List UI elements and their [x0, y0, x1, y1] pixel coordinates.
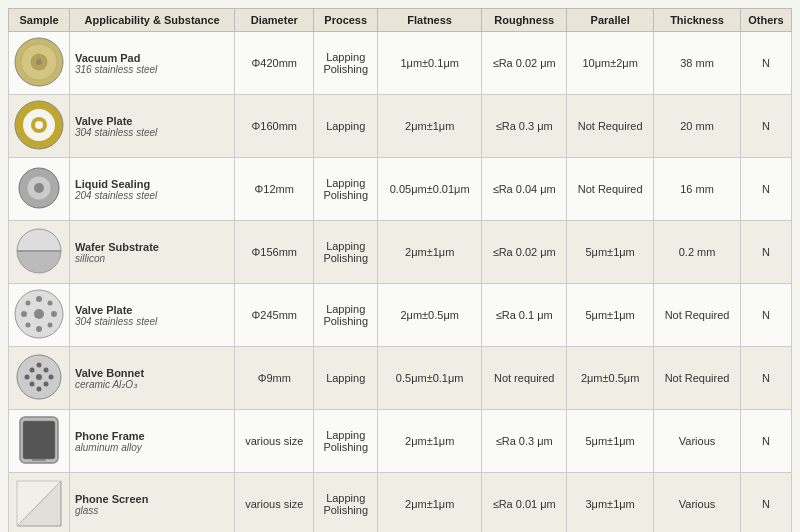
table-row: Phone Screenglassvarious sizeLappingPoli…	[9, 473, 792, 533]
flatness-cell: 2μm±1μm	[378, 473, 482, 533]
parallel-cell: 2μm±0.5μm	[567, 347, 654, 410]
thickness-cell: 38 mm	[654, 32, 741, 95]
sample-image-cell	[9, 95, 70, 158]
thickness-cell: 0.2 mm	[654, 221, 741, 284]
diameter-cell: various size	[235, 410, 314, 473]
others-cell: N	[741, 410, 792, 473]
col-header-thickness: Thickness	[654, 9, 741, 32]
svg-point-21	[48, 323, 53, 328]
others-cell: N	[741, 347, 792, 410]
col-header-sample: Sample	[9, 9, 70, 32]
col-header-parallel: Parallel	[567, 9, 654, 32]
sample-name-cell: Phone Screenglass	[70, 473, 235, 533]
svg-point-7	[35, 121, 43, 129]
data-table: Sample Applicability & Substance Diamete…	[8, 8, 792, 532]
thickness-cell: Not Required	[654, 347, 741, 410]
svg-point-30	[25, 375, 30, 380]
process-cell: LappingPolishing	[314, 158, 378, 221]
sample-name: Valve Bonnet	[75, 367, 229, 379]
diameter-cell: various size	[235, 473, 314, 533]
thickness-cell: Not Required	[654, 284, 741, 347]
sample-image-cell	[9, 221, 70, 284]
parallel-cell: Not Required	[567, 95, 654, 158]
table-row: Valve Plate304 stainless steelΦ160mmLapp…	[9, 95, 792, 158]
sample-image-cell	[9, 158, 70, 221]
diameter-cell: Φ160mm	[235, 95, 314, 158]
svg-rect-33	[23, 421, 55, 459]
roughness-cell: ≤Ra 0.04 μm	[482, 158, 567, 221]
roughness-cell: Not required	[482, 347, 567, 410]
sample-image-cell	[9, 410, 70, 473]
col-header-roughness: Roughness	[482, 9, 567, 32]
roughness-cell: ≤Ra 0.02 μm	[482, 221, 567, 284]
flatness-cell: 2μm±1μm	[378, 221, 482, 284]
svg-point-16	[21, 311, 27, 317]
svg-point-13	[34, 309, 44, 319]
col-header-process: Process	[314, 9, 378, 32]
roughness-cell: ≤Ra 0.3 μm	[482, 410, 567, 473]
sample-name-cell: Wafer Substratesillicon	[70, 221, 235, 284]
flatness-cell: 0.5μm±0.1μm	[378, 347, 482, 410]
diameter-cell: Φ9mm	[235, 347, 314, 410]
process-cell: LappingPolishing	[314, 284, 378, 347]
process-cell: Lapping	[314, 95, 378, 158]
others-cell: N	[741, 95, 792, 158]
table-body: Vacuum Pad316 stainless steelΦ420mmLappi…	[9, 32, 792, 533]
process-cell: Lapping	[314, 347, 378, 410]
others-cell: N	[741, 158, 792, 221]
thickness-cell: Various	[654, 410, 741, 473]
svg-point-14	[36, 296, 42, 302]
svg-point-26	[30, 382, 35, 387]
others-cell: N	[741, 284, 792, 347]
table-wrapper: Sample Applicability & Substance Diamete…	[0, 0, 800, 532]
parallel-cell: 10μm±2μm	[567, 32, 654, 95]
col-header-flatness: Flatness	[378, 9, 482, 32]
svg-point-20	[26, 323, 31, 328]
thickness-cell: 20 mm	[654, 95, 741, 158]
svg-point-25	[44, 368, 49, 373]
svg-point-18	[26, 301, 31, 306]
svg-point-10	[34, 183, 44, 193]
flatness-cell: 1μm±0.1μm	[378, 32, 482, 95]
sample-name-cell: Vacuum Pad316 stainless steel	[70, 32, 235, 95]
sample-image-cell	[9, 473, 70, 533]
svg-point-27	[44, 382, 49, 387]
others-cell: N	[741, 32, 792, 95]
svg-point-24	[30, 368, 35, 373]
sample-name: Valve Plate	[75, 304, 229, 316]
sample-substance: 304 stainless steel	[75, 316, 229, 327]
sample-name: Vacuum Pad	[75, 52, 229, 64]
parallel-cell: 5μm±1μm	[567, 410, 654, 473]
sample-name-cell: Valve Plate304 stainless steel	[70, 95, 235, 158]
svg-point-31	[49, 375, 54, 380]
table-row: Valve Plate304 stainless steelΦ245mmLapp…	[9, 284, 792, 347]
sample-name: Phone Frame	[75, 430, 229, 442]
col-header-diameter: Diameter	[235, 9, 314, 32]
svg-point-3	[36, 59, 42, 65]
flatness-cell: 0.05μm±0.01μm	[378, 158, 482, 221]
table-row: Valve Bonnetceramic Al₂O₃Φ9mmLapping0.5μ…	[9, 347, 792, 410]
svg-point-17	[51, 311, 57, 317]
roughness-cell: ≤Ra 0.3 μm	[482, 95, 567, 158]
col-header-others: Others	[741, 9, 792, 32]
svg-point-23	[36, 374, 42, 380]
sample-image-cell	[9, 347, 70, 410]
sample-name-cell: Valve Bonnetceramic Al₂O₃	[70, 347, 235, 410]
sample-substance: 304 stainless steel	[75, 127, 229, 138]
process-cell: LappingPolishing	[314, 221, 378, 284]
sample-image-cell	[9, 284, 70, 347]
flatness-cell: 2μm±0.5μm	[378, 284, 482, 347]
sample-substance: 316 stainless steel	[75, 64, 229, 75]
thickness-cell: Various	[654, 473, 741, 533]
sample-substance: 204 stainless steel	[75, 190, 229, 201]
sample-name: Valve Plate	[75, 115, 229, 127]
sample-name: Liquid Sealing	[75, 178, 229, 190]
table-row: Phone Framealuminum alloyvarious sizeLap…	[9, 410, 792, 473]
flatness-cell: 2μm±1μm	[378, 95, 482, 158]
sample-substance: glass	[75, 505, 229, 516]
parallel-cell: 5μm±1μm	[567, 284, 654, 347]
process-cell: LappingPolishing	[314, 473, 378, 533]
others-cell: N	[741, 221, 792, 284]
sample-name-cell: Phone Framealuminum alloy	[70, 410, 235, 473]
table-header-row: Sample Applicability & Substance Diamete…	[9, 9, 792, 32]
